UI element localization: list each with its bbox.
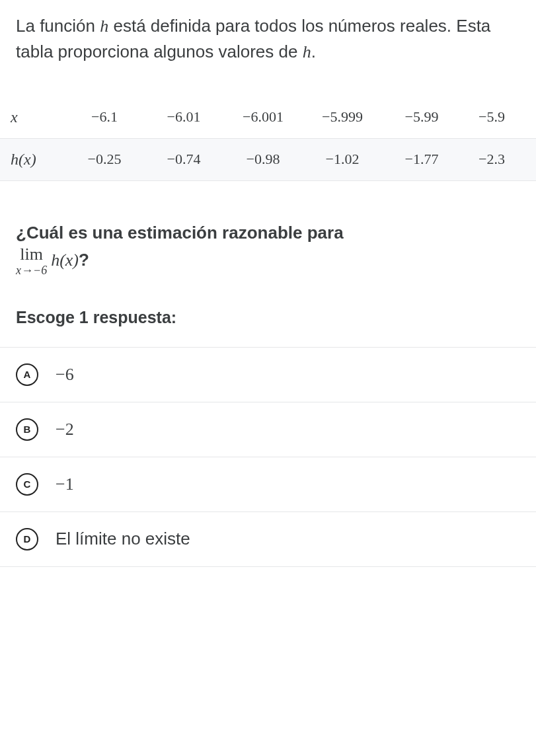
table-cell: −5.9 (461, 108, 508, 126)
choice-d-label: El límite no existe (56, 529, 190, 549)
table-header-x: x (11, 108, 65, 126)
table-cell: −1.02 (303, 151, 382, 169)
table-cell: −5.999 (303, 108, 382, 126)
table-cell: −6.001 (223, 108, 303, 126)
radio-d[interactable]: D (16, 528, 38, 550)
radio-a[interactable]: A (16, 363, 38, 386)
table-cell: −2.3 (461, 151, 508, 169)
table-cell: −6.01 (144, 108, 223, 126)
table-cell: −0.98 (223, 151, 303, 169)
intro-func-h: h (100, 17, 108, 36)
values-table: x −6.1 −6.01 −6.001 −5.999 −5.99 −5.9 h(… (0, 96, 536, 181)
table-header-hx: h(x) (11, 151, 65, 169)
choice-a-label: −6 (56, 365, 74, 385)
intro-text-3: . (311, 42, 316, 61)
limit-expression: lim x→−6 (16, 246, 47, 276)
table-row: h(x) −0.25 −0.74 −0.98 −1.02 −1.77 −2.3 (0, 138, 536, 181)
table-cell: −6.1 (65, 108, 144, 126)
problem-intro: La función h está definida para todos lo… (0, 13, 536, 65)
intro-text-1: La función (16, 16, 100, 36)
table-row: x −6.1 −6.01 −6.001 −5.999 −5.99 −5.9 (0, 96, 536, 138)
table-cell: −5.99 (382, 108, 461, 126)
question-mark: ? (79, 250, 89, 270)
question-text: ¿Cuál es una estimación razonable para l… (0, 221, 536, 276)
question-part1: ¿Cuál es una estimación razonable para (16, 223, 344, 243)
choose-prompt: Escoge 1 respuesta: (0, 308, 536, 327)
table-cell: −0.74 (144, 151, 223, 169)
choice-b-label: −2 (56, 420, 74, 439)
limit-approach: x→−6 (16, 264, 47, 276)
choice-a[interactable]: A −6 (0, 347, 536, 402)
choice-c-label: −1 (56, 474, 74, 494)
answer-choices: A −6 B −2 C −1 D El límite no existe (0, 347, 536, 567)
limit-func: h(x) (51, 250, 79, 270)
choice-b[interactable]: B −2 (0, 402, 536, 457)
intro-func-h2: h (303, 42, 311, 61)
choice-d[interactable]: D El límite no existe (0, 511, 536, 567)
table-cell: −0.25 (65, 151, 144, 169)
choice-c[interactable]: C −1 (0, 457, 536, 511)
table-cell: −1.77 (382, 151, 461, 169)
radio-c[interactable]: C (16, 473, 38, 496)
limit-lim: lim (16, 246, 47, 263)
radio-b[interactable]: B (16, 418, 38, 441)
